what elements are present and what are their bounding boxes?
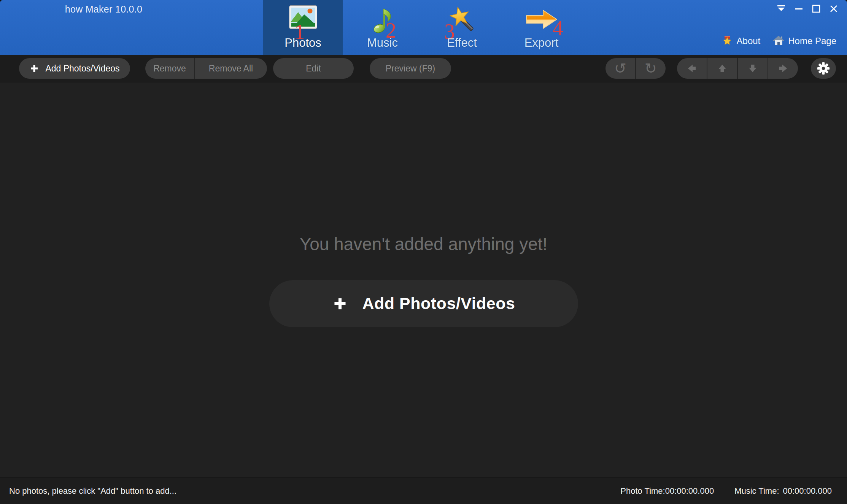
- preview-button[interactable]: Preview (F9): [370, 58, 451, 79]
- about-link[interactable]: About: [721, 35, 761, 47]
- photo-time-value: 00:00:00.000: [665, 486, 714, 496]
- about-link-label: About: [737, 36, 761, 46]
- toolbar-right-icons: ↺ ↻: [605, 58, 847, 79]
- redo-icon[interactable]: ↻: [635, 58, 666, 79]
- tab-export-label: Export: [502, 36, 581, 50]
- empty-message: You haven't added anything yet!: [300, 234, 548, 254]
- homepage-link-label: Home Page: [788, 36, 836, 46]
- titlebar-links: About Home Page: [721, 35, 836, 47]
- photo-time-label: Photo Time:: [620, 486, 665, 496]
- photo-list-area: You haven't added anything yet! Add Phot…: [0, 82, 847, 478]
- titlebar: how Maker 10.0.0 1 Photos: [0, 0, 847, 55]
- tab-photos-label: Photos: [263, 36, 343, 50]
- plus-icon: [29, 63, 39, 73]
- main-tabs: 1 Photos: [263, 0, 581, 55]
- window-controls: [775, 3, 839, 14]
- statusbar: No photos, please click "Add" button to …: [0, 477, 847, 504]
- app-window: how Maker 10.0.0 1 Photos: [0, 0, 847, 504]
- tab-music[interactable]: 2 Music: [343, 0, 422, 55]
- undo-icon[interactable]: ↺: [605, 58, 635, 79]
- photos-icon: [289, 5, 317, 29]
- music-time-value: 00:00:00.000: [783, 486, 832, 496]
- move-right-icon[interactable]: [768, 58, 798, 79]
- toolbar: Add Photos/Videos Remove Remove All Edit…: [0, 55, 847, 82]
- add-photos-videos-main-label: Add Photos/Videos: [362, 294, 515, 313]
- music-time-label: Music Time:: [734, 486, 779, 496]
- move-left-icon[interactable]: [677, 58, 707, 79]
- edit-button[interactable]: Edit: [273, 58, 354, 79]
- minimize-icon[interactable]: [793, 3, 804, 14]
- collapse-icon[interactable]: [775, 3, 787, 14]
- time-info: Photo Time:00:00:00.000 Music Time: 00:0…: [620, 486, 832, 496]
- homepage-link[interactable]: Home Page: [772, 35, 836, 47]
- undo-redo-group: ↺ ↻: [605, 58, 666, 79]
- export-arrow-icon: [525, 8, 558, 30]
- tab-music-label: Music: [343, 36, 422, 50]
- move-arrows-group: [677, 58, 798, 79]
- home-icon: [772, 35, 785, 47]
- status-message: No photos, please click "Add" button to …: [9, 486, 176, 496]
- maximize-icon[interactable]: [810, 3, 822, 14]
- add-photos-videos-main-button[interactable]: Add Photos/Videos: [269, 280, 578, 327]
- add-photos-videos-label: Add Photos/Videos: [45, 63, 119, 74]
- move-up-icon[interactable]: [707, 58, 737, 79]
- plus-icon: [332, 296, 348, 312]
- remove-button-group: Remove Remove All: [145, 58, 267, 79]
- settings-gear-icon[interactable]: [811, 58, 836, 79]
- move-down-icon[interactable]: [737, 58, 768, 79]
- add-photos-videos-button[interactable]: Add Photos/Videos: [19, 58, 130, 79]
- tab-photos[interactable]: 1 Photos: [263, 0, 343, 55]
- tab-effect-label: Effect: [422, 36, 502, 50]
- remove-button[interactable]: Remove: [145, 58, 194, 79]
- award-star-icon: [721, 35, 733, 47]
- magic-wand-icon: [448, 5, 477, 34]
- close-icon[interactable]: [828, 3, 839, 14]
- tab-export[interactable]: 4 Export: [502, 0, 581, 55]
- window-title: how Maker 10.0.0: [0, 4, 207, 15]
- music-note-icon: [372, 5, 393, 34]
- remove-all-button[interactable]: Remove All: [194, 58, 267, 79]
- tab-effect[interactable]: 3 Effect: [422, 0, 502, 55]
